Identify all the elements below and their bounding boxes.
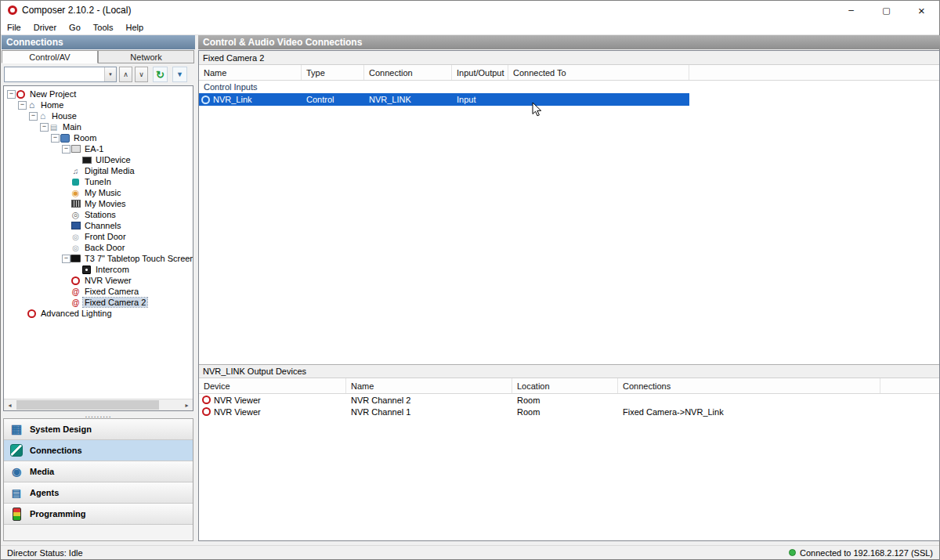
column-header[interactable]: Name xyxy=(199,65,302,80)
scrollbar-thumb[interactable] xyxy=(16,400,159,410)
menu-help[interactable]: Help xyxy=(119,20,150,34)
tree-item[interactable]: Main xyxy=(4,121,193,132)
expander-icon[interactable] xyxy=(62,220,70,231)
nav-agents-icon xyxy=(9,486,24,500)
tree-item[interactable]: Digital Media xyxy=(4,165,193,176)
device-search-toolbar xyxy=(2,63,195,85)
door-icon xyxy=(70,243,81,252)
tree-item[interactable]: Front Door xyxy=(4,231,193,242)
tree-item[interactable]: House xyxy=(4,110,193,121)
minimize-button[interactable] xyxy=(833,1,869,20)
tab-control-av[interactable]: Control/AV xyxy=(2,50,98,63)
expander-icon[interactable] xyxy=(51,132,60,143)
expander-icon[interactable] xyxy=(62,231,70,242)
output-table-header: DeviceNameLocationConnections xyxy=(199,378,939,394)
menu-file[interactable]: File xyxy=(1,20,27,34)
tree-item[interactable]: Advanced Lighting xyxy=(4,308,193,319)
tree-item[interactable]: My Music xyxy=(4,187,193,198)
device-location: Room xyxy=(512,406,618,417)
nav-media-icon xyxy=(9,464,24,479)
channel-name: NVR Channel 2 xyxy=(346,394,512,406)
scroll-left-icon[interactable] xyxy=(4,399,16,410)
tree-item-label: Back Door xyxy=(83,243,126,252)
tree-item[interactable]: Home xyxy=(4,99,193,110)
column-header[interactable]: Name xyxy=(346,378,512,393)
device-connections xyxy=(618,394,880,406)
tree-item-label: TuneIn xyxy=(83,177,113,186)
tree-item[interactable]: Fixed Camera xyxy=(4,286,193,297)
connection-row[interactable]: NVR_Link Control NVR_LINK Input xyxy=(199,93,689,106)
menu-go[interactable]: Go xyxy=(63,20,87,34)
expander-icon[interactable] xyxy=(18,99,27,110)
column-header[interactable]: Connection xyxy=(364,65,452,80)
close-button[interactable] xyxy=(904,1,939,20)
expander-icon[interactable] xyxy=(62,187,70,198)
find-previous-button[interactable] xyxy=(119,67,132,82)
expander-icon[interactable] xyxy=(18,308,27,319)
connections-table-header: NameTypeConnectionInput/OutputConnected … xyxy=(199,65,939,81)
column-header[interactable]: Connections xyxy=(618,378,880,393)
tab-network[interactable]: Network xyxy=(98,50,194,63)
panel-splitter-handle[interactable] xyxy=(2,411,195,418)
nav-item[interactable]: Programming xyxy=(4,504,193,525)
tree-item[interactable]: TuneIn xyxy=(4,176,193,187)
tree-item[interactable]: NVR Viewer xyxy=(4,275,193,286)
expander-icon[interactable] xyxy=(7,89,16,99)
tree-item-label: T3 7" Tabletop Touch Screen xyxy=(83,254,193,263)
expander-icon[interactable] xyxy=(73,154,81,165)
column-header[interactable]: Input/Output xyxy=(452,65,508,80)
nav-item[interactable]: System Design xyxy=(4,419,193,440)
refresh-icon[interactable] xyxy=(153,67,168,82)
tunein-icon xyxy=(70,177,81,186)
expander-icon[interactable] xyxy=(62,165,70,176)
expander-icon[interactable] xyxy=(62,209,70,220)
tree-item[interactable]: My Movies xyxy=(4,198,193,209)
control-inputs-group-header: Control Inputs xyxy=(199,81,939,93)
expander-icon[interactable] xyxy=(29,110,38,121)
output-device-row[interactable]: NVR Viewer NVR Channel 2 Room xyxy=(199,394,939,406)
tree-item-label: EA-1 xyxy=(83,144,105,154)
tree-item[interactable]: EA-1 xyxy=(4,143,193,154)
expander-icon[interactable] xyxy=(62,297,70,308)
nav-item[interactable]: Agents xyxy=(4,482,193,504)
filter-icon[interactable] xyxy=(172,67,187,82)
tree-item[interactable]: Fixed Camera 2 xyxy=(4,297,193,308)
expander-icon[interactable] xyxy=(62,253,70,264)
connection-io: Input xyxy=(452,93,508,106)
expander-icon[interactable] xyxy=(62,143,70,154)
menu-driver[interactable]: Driver xyxy=(27,20,63,34)
expander-icon[interactable] xyxy=(40,121,49,132)
tree-item[interactable]: New Project xyxy=(4,89,193,99)
maximize-button[interactable] xyxy=(869,1,904,20)
device-filter-input[interactable] xyxy=(5,67,104,81)
device-filter-combobox[interactable] xyxy=(4,67,117,82)
mymusic-icon xyxy=(70,188,81,197)
tree-item[interactable]: T3 7" Tabletop Touch Screen xyxy=(4,253,193,264)
tree-item[interactable]: Stations xyxy=(4,209,193,220)
column-header[interactable]: Location xyxy=(512,378,618,393)
expander-icon[interactable] xyxy=(62,275,70,286)
tree-horizontal-scrollbar[interactable] xyxy=(4,399,193,410)
expander-icon[interactable] xyxy=(62,176,70,187)
tree-item[interactable]: Back Door xyxy=(4,242,193,253)
expander-icon[interactable] xyxy=(73,264,81,275)
c4-icon xyxy=(70,276,81,285)
combo-dropdown-icon[interactable] xyxy=(104,67,116,81)
expander-icon[interactable] xyxy=(62,198,70,209)
nav-item[interactable]: Media xyxy=(4,461,193,482)
expander-icon[interactable] xyxy=(62,286,70,297)
tree-item[interactable]: UIDevice xyxy=(4,154,193,165)
expander-icon[interactable] xyxy=(62,242,70,253)
scroll-right-icon[interactable] xyxy=(181,399,193,410)
menu-tools[interactable]: Tools xyxy=(87,20,120,34)
menu-bar: File Driver Go Tools Help xyxy=(1,20,939,35)
column-header[interactable]: Device xyxy=(199,378,346,393)
find-next-button[interactable] xyxy=(135,67,148,82)
nav-item[interactable]: Connections xyxy=(4,440,193,461)
tree-item[interactable]: Room xyxy=(4,132,193,143)
column-header[interactable]: Type xyxy=(302,65,364,80)
column-header[interactable]: Connected To xyxy=(508,65,689,80)
tree-item[interactable]: Intercom xyxy=(4,264,193,275)
output-device-row[interactable]: NVR Viewer NVR Channel 1 Room Fixed Came… xyxy=(199,406,939,417)
tree-item[interactable]: Channels xyxy=(4,220,193,231)
